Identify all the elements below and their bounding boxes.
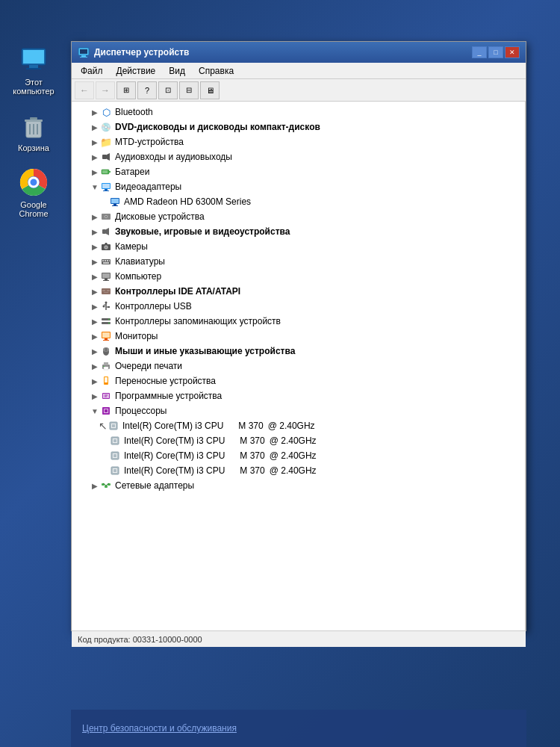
expand-toggle[interactable]: ▶ xyxy=(90,137,100,147)
tree-item-disk[interactable]: ▶ Дисковые устройства xyxy=(72,209,525,224)
device-manager-window: Диспетчер устройств _ □ ✕ Файл Действие … xyxy=(71,41,526,631)
expand-toggle[interactable]: ▶ xyxy=(90,211,100,222)
svg-rect-29 xyxy=(112,205,118,206)
tree-item-usb[interactable]: ▶ Контроллеры USB xyxy=(72,299,525,314)
tree-label-processors: Процессоры xyxy=(115,406,167,416)
cpu2-label: Intel(R) Core(TM) i3 CPU xyxy=(124,436,225,446)
cpu3-label: Intel(R) Core(TM) i3 CPU xyxy=(124,450,225,461)
expand-toggle[interactable]: ▶ xyxy=(90,256,100,267)
tree-item-cpu3: Intel(R) Core(TM) i3 CPU M 370 @ 2.40GHz xyxy=(72,448,525,463)
expand-toggle[interactable]: ▶ xyxy=(90,346,100,356)
svg-rect-5 xyxy=(25,120,43,122)
desktop-icon-google-chrome[interactable]: Google Chrome xyxy=(7,167,60,218)
bottom-info-panel: Центр безопасности и обслуживания xyxy=(71,710,526,747)
desktop-icons: Этоткомпьютер Корзина xyxy=(7,45,60,218)
tree-item-mtd[interactable]: ▶ 📁 MTD-устройства xyxy=(72,134,525,149)
tree-item-software[interactable]: ▶ Программные устройства xyxy=(72,388,525,403)
tree-item-sound[interactable]: ▶ Звуковые, игровые и видеоустройства xyxy=(72,224,525,239)
cpu1-label: Intel(R) Core(TM) i3 CPU xyxy=(122,421,223,431)
computer-icon xyxy=(100,270,112,282)
expand-toggle[interactable]: ▶ xyxy=(90,107,100,117)
sound-icon xyxy=(100,226,112,238)
tree-item-print[interactable]: ▶ Очереди печати xyxy=(72,359,525,374)
tree-item-audio-io[interactable]: ▶ Аудиовходы и аудиовыходы xyxy=(72,149,525,164)
device-tree[interactable]: ▶ ⬡ Bluetooth ▶ 💿 DVD-дисководы и дисков… xyxy=(72,102,526,630)
expand-toggle[interactable]: ▶ xyxy=(90,316,100,326)
tree-item-cameras[interactable]: ▶ Камеры xyxy=(72,239,525,254)
security-center-link[interactable]: Центр безопасности и обслуживания xyxy=(82,723,237,734)
tree-item-processors[interactable]: ▼ Процессоры xyxy=(72,403,525,418)
svg-rect-73 xyxy=(103,366,105,367)
tree-item-battery[interactable]: ▶ Батареи xyxy=(72,164,525,179)
tree-item-portable[interactable]: ▶ Переносные устройства xyxy=(72,374,525,388)
close-button[interactable]: ✕ xyxy=(505,46,520,58)
svg-rect-25 xyxy=(103,190,109,191)
battery-icon xyxy=(100,166,112,178)
menu-view[interactable]: Вид xyxy=(163,64,191,78)
toolbar: ← → ⊞ ? ⊡ ⊟ 🖥 xyxy=(72,79,526,102)
tree-item-amd-radeon[interactable]: AMD Radeon HD 6300M Series xyxy=(72,194,525,209)
expand-toggle[interactable]: ▶ xyxy=(90,376,100,386)
mtd-icon: 📁 xyxy=(100,136,112,148)
expand-toggle[interactable]: ▶ xyxy=(90,361,100,371)
minimize-button[interactable]: _ xyxy=(472,46,487,58)
expand-toggle[interactable]: ▶ xyxy=(90,480,100,491)
expand-toggle[interactable]: ▶ xyxy=(90,226,100,237)
expand-toggle[interactable]: ▼ xyxy=(90,182,100,192)
scan-button[interactable]: ⊟ xyxy=(179,81,199,99)
back-button[interactable]: ← xyxy=(75,81,94,99)
svg-marker-38 xyxy=(105,243,108,244)
svg-rect-20 xyxy=(109,171,111,173)
menu-action[interactable]: Действие xyxy=(111,64,162,78)
svg-rect-72 xyxy=(104,367,108,370)
tree-item-dvd[interactable]: ▶ 💿 DVD-дисководы и дисководы компакт-ди… xyxy=(72,120,525,134)
menu-help[interactable]: Справка xyxy=(193,64,240,78)
expand-toggle[interactable]: ▶ xyxy=(90,152,100,162)
tree-item-ide-ata[interactable]: ▶ Контроллеры IDE ATA/ATAPI xyxy=(72,284,525,299)
svg-rect-21 xyxy=(102,170,108,173)
tree-label-audio-io: Аудиовходы и аудиовыходы xyxy=(115,152,232,162)
menu-file[interactable]: Файл xyxy=(75,64,109,78)
expand-toggle[interactable]: ▶ xyxy=(90,241,100,252)
expand-toggle[interactable]: ▶ xyxy=(90,391,100,401)
monitors-icon xyxy=(100,330,112,342)
expand-toggle[interactable]: ▶ xyxy=(90,167,100,177)
monitor-button[interactable]: 🖥 xyxy=(200,81,220,99)
expand-toggle[interactable]: ▶ xyxy=(90,122,100,132)
expand-toggle[interactable]: ▶ xyxy=(90,271,100,282)
camera-icon xyxy=(100,241,112,252)
net-icon xyxy=(100,480,112,492)
tree-item-mice[interactable]: ▶ Мыши и иные указывающие устройства xyxy=(72,344,525,359)
svg-rect-71 xyxy=(104,362,108,365)
expand-toggle[interactable]: ▶ xyxy=(90,331,100,341)
expand-toggle[interactable]: ▶ xyxy=(90,286,100,297)
svg-point-56 xyxy=(103,306,105,308)
tree-item-display-adapters[interactable]: ▼ Видеоадаптеры xyxy=(72,179,525,194)
tree-item-keyboards[interactable]: ▶ Клавиатуры xyxy=(72,254,525,269)
forward-button[interactable]: → xyxy=(96,81,115,99)
statusbar: Код продукта: 00331-10000-0000 xyxy=(72,630,526,647)
help-button[interactable]: ? xyxy=(137,81,157,99)
expand-toggle[interactable]: ▶ xyxy=(90,301,100,311)
keyboard-icon xyxy=(100,255,112,267)
expand-toggle[interactable]: ▼ xyxy=(90,406,100,416)
tree-item-storage[interactable]: ▶ Контроллеры запоминающих устройств xyxy=(72,314,525,329)
tree-item-net-adapters[interactable]: ▶ Сетевые адаптеры xyxy=(72,478,525,493)
svg-rect-47 xyxy=(105,279,108,280)
portable-icon xyxy=(100,375,112,387)
svg-rect-23 xyxy=(102,184,110,188)
tree-item-monitors[interactable]: ▶ Мониторы xyxy=(72,329,525,344)
properties-button[interactable]: ⊡ xyxy=(158,81,178,99)
maximize-button[interactable]: □ xyxy=(488,46,503,58)
cpu3-model: M 370 xyxy=(240,450,264,461)
window-content: ▶ ⬡ Bluetooth ▶ 💿 DVD-дисководы и дисков… xyxy=(72,102,526,630)
svg-rect-65 xyxy=(105,338,108,340)
svg-point-12 xyxy=(29,178,38,187)
desktop-icon-my-computer[interactable]: Этоткомпьютер xyxy=(7,45,60,96)
desktop-icon-recycle-bin[interactable]: Корзина xyxy=(7,111,60,152)
grid-button[interactable]: ⊞ xyxy=(116,81,136,99)
svg-rect-24 xyxy=(105,189,108,190)
tree-item-computer[interactable]: ▶ Компьютер xyxy=(72,269,525,284)
tree-label-disk: Дисковые устройства xyxy=(115,211,205,222)
tree-item-bluetooth[interactable]: ▶ ⬡ Bluetooth xyxy=(72,105,525,120)
